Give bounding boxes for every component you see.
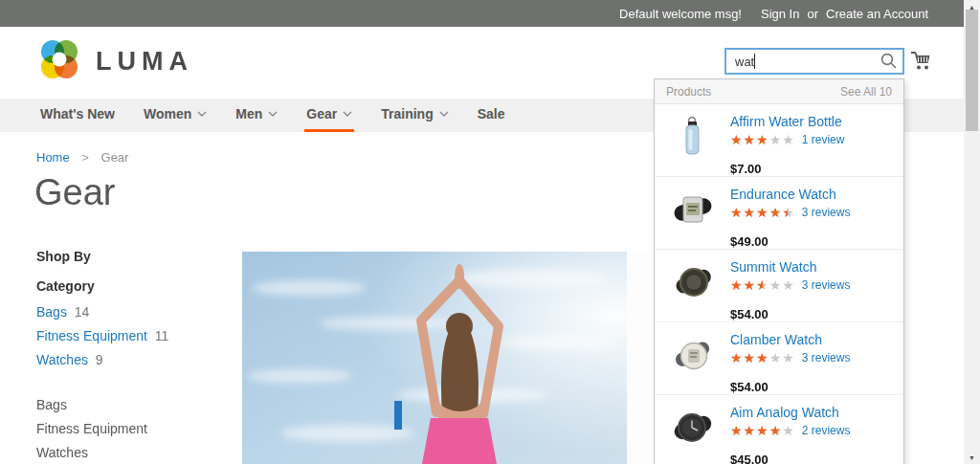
chevron-down-icon — [343, 111, 352, 117]
nav-item-men[interactable]: Men — [234, 99, 279, 132]
chevron-down-icon — [439, 111, 449, 117]
autocomplete-header: Products See All 10 — [655, 79, 903, 104]
reviews-link[interactable]: 1 review — [802, 133, 845, 146]
product-thumbnail[interactable] — [670, 405, 716, 451]
breadcrumb-separator: > — [81, 150, 89, 165]
analog-watch-icon — [670, 405, 716, 451]
reviews-link[interactable]: 3 reviews — [802, 278, 851, 292]
star-rating: ★★★★★★★★★★ — [730, 424, 795, 437]
product-price: $54.00 — [730, 307, 892, 321]
text-cursor — [754, 54, 755, 69]
create-account-link[interactable]: Create an Account — [826, 7, 928, 21]
scrollbar-thumb[interactable] — [966, 10, 978, 131]
cart-icon[interactable] — [910, 50, 933, 71]
page: Default welcome msg! Sign In or Create a… — [0, 0, 980, 464]
reviews-link[interactable]: 3 reviews — [802, 206, 851, 219]
nav-item-whats-new[interactable]: What's New — [38, 99, 117, 132]
product-name-link[interactable]: Aim Analog Watch — [730, 405, 892, 420]
sidebar-link-fitness-equipment[interactable]: Fitness Equipment — [36, 421, 228, 436]
breadcrumb: Home > Gear — [36, 150, 128, 165]
breadcrumb-current: Gear — [101, 150, 129, 165]
summit-watch-icon — [670, 259, 716, 305]
product-thumbnail[interactable] — [670, 114, 716, 160]
sidebar: Shop By Category Bags 14 Fitness Equipme… — [36, 249, 228, 464]
reviews-link[interactable]: 2 reviews — [802, 424, 851, 437]
yoga-image — [242, 252, 627, 464]
chevron-down-icon — [268, 111, 278, 117]
autocomplete-product-row[interactable]: Aim Analog Watch ★★★★★★★★★★ 2 reviews $4… — [655, 395, 903, 464]
nav-item-training[interactable]: Training — [379, 99, 450, 132]
autocomplete-product-row[interactable]: Endurance Watch ★★★★★★★★★★ 3 reviews $49… — [655, 177, 903, 250]
clamber-watch-icon — [670, 332, 716, 378]
search-input[interactable] — [724, 48, 904, 75]
page-title: Gear — [34, 172, 115, 213]
search-icon[interactable] — [880, 53, 897, 69]
sidebar-link-watches[interactable]: Watches — [36, 445, 228, 460]
luma-logo-icon — [36, 38, 82, 84]
filter-item-fitness-equipment[interactable]: Fitness Equipment 11 — [36, 328, 228, 343]
banner-promo-area — [627, 252, 654, 464]
nav-item-gear[interactable]: Gear — [304, 99, 354, 132]
product-rating: ★★★★★★★★★★ 3 reviews — [730, 278, 892, 292]
scroll-down-icon[interactable]: ▼ — [964, 452, 980, 463]
product-price: $7.00 — [730, 162, 892, 176]
product-rating: ★★★★★★★★★★ 1 review — [730, 133, 892, 146]
product-price: $45.00 — [730, 453, 892, 464]
product-name-link[interactable]: Summit Watch — [730, 259, 892, 275]
star-rating: ★★★★★★★★★★ — [730, 351, 795, 365]
autocomplete-product-row[interactable]: Clamber Watch ★★★★★★★★★★ 3 reviews $54.0… — [655, 322, 903, 395]
nav-item-women[interactable]: Women — [142, 99, 209, 132]
logo-text: LUMA — [96, 47, 193, 77]
product-thumbnail[interactable] — [670, 187, 716, 232]
filter-count: 11 — [155, 328, 169, 343]
product-rating: ★★★★★★★★★★ 3 reviews — [730, 351, 892, 365]
top-bar: Default welcome msg! Sign In or Create a… — [0, 0, 964, 27]
filter-item-bags[interactable]: Bags 14 — [36, 304, 228, 320]
autocomplete-product-row[interactable]: Affirm Water Bottle ★★★★★★★★★★ 1 review … — [655, 104, 903, 177]
product-price: $49.00 — [730, 234, 892, 249]
water-bottle-icon — [670, 114, 716, 160]
sidebar-link-bags[interactable]: Bags — [36, 397, 228, 412]
search-autocomplete-dropdown: Products See All 10 Affirm Water Bottle … — [654, 78, 904, 464]
sign-in-or-text: or — [807, 7, 818, 21]
filter-count: 9 — [96, 352, 103, 367]
breadcrumb-home-link[interactable]: Home — [36, 150, 70, 165]
category-filter-heading: Category — [36, 278, 228, 294]
product-rating: ★★★★★★★★★★ 3 reviews — [730, 206, 892, 219]
star-rating: ★★★★★★★★★★ — [730, 133, 795, 146]
see-all-link[interactable]: See All 10 — [840, 85, 892, 99]
search-box — [724, 48, 904, 75]
star-rating: ★★★★★★★★★★ — [730, 278, 795, 292]
star-rating: ★★★★★★★★★★ — [730, 206, 795, 219]
autocomplete-product-row[interactable]: Summit Watch ★★★★★★★★★★ 3 reviews $54.00 — [655, 250, 903, 322]
sidebar-links: Bags Fitness Equipment Watches — [36, 397, 228, 460]
reviews-link[interactable]: 3 reviews — [802, 351, 851, 365]
product-thumbnail[interactable] — [670, 332, 716, 378]
filter-item-watches[interactable]: Watches 9 — [36, 352, 228, 367]
product-name-link[interactable]: Endurance Watch — [730, 187, 892, 202]
products-label: Products — [666, 85, 711, 99]
product-thumbnail[interactable] — [670, 259, 716, 305]
product-name-link[interactable]: Clamber Watch — [730, 332, 892, 347]
product-price: $54.00 — [730, 380, 892, 394]
product-rating: ★★★★★★★★★★ 2 reviews — [730, 424, 892, 437]
welcome-message: Default welcome msg! — [619, 7, 742, 21]
nav-item-sale[interactable]: Sale — [476, 99, 507, 132]
category-banner-image — [242, 252, 654, 464]
banner-button-edge — [394, 401, 402, 430]
endurance-watch-icon — [670, 187, 716, 232]
product-name-link[interactable]: Affirm Water Bottle — [730, 114, 892, 129]
shop-by-heading: Shop By — [36, 249, 228, 264]
store-logo[interactable]: LUMA — [36, 38, 193, 84]
filter-count: 14 — [75, 304, 90, 320]
chevron-down-icon — [197, 111, 207, 117]
vertical-scrollbar[interactable]: ▲ ▼ — [964, 0, 980, 464]
sign-in-link[interactable]: Sign In — [761, 7, 799, 21]
